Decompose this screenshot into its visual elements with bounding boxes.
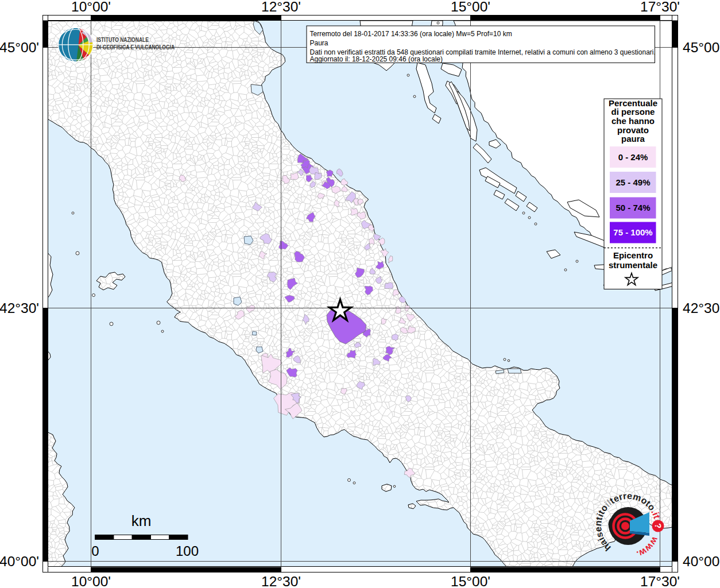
svg-text:0 - 24%: 0 - 24% bbox=[618, 152, 648, 162]
svg-text:provato: provato bbox=[617, 125, 649, 135]
svg-text:Epicentro: Epicentro bbox=[613, 250, 653, 260]
svg-text:25 - 49%: 25 - 49% bbox=[616, 177, 650, 187]
svg-text:DI GEOFISICA E VULCANOLOGIA: DI GEOFISICA E VULCANOLOGIA bbox=[96, 44, 175, 51]
svg-text:12°30': 12°30' bbox=[261, 0, 301, 14]
svg-text:100: 100 bbox=[176, 543, 199, 559]
svg-text:40°00': 40°00' bbox=[683, 554, 720, 569]
svg-text:42°30': 42°30' bbox=[0, 300, 39, 316]
svg-text:42°30': 42°30' bbox=[683, 300, 720, 316]
svg-text:0: 0 bbox=[91, 543, 99, 559]
svg-text:Paura: Paura bbox=[310, 39, 328, 47]
svg-text:45°00': 45°00' bbox=[683, 40, 720, 55]
svg-text:Percentuale: Percentuale bbox=[609, 98, 657, 108]
svg-text:Terremoto del 18-01-2017 14:33: Terremoto del 18-01-2017 14:33:36 (ora l… bbox=[310, 30, 512, 38]
svg-text:40°00': 40°00' bbox=[0, 554, 39, 569]
svg-text:75 - 100%: 75 - 100% bbox=[613, 227, 652, 237]
svg-text:Aggiornato il: 18-12-2025 09:4: Aggiornato il: 18-12-2025 09:46 (ora loc… bbox=[310, 55, 443, 63]
svg-text:50 - 74%: 50 - 74% bbox=[616, 203, 650, 212]
svg-text:17°30': 17°30' bbox=[640, 574, 680, 588]
svg-text:paura: paura bbox=[621, 134, 645, 144]
svg-text:45°00': 45°00' bbox=[0, 40, 39, 55]
svg-text:km: km bbox=[131, 512, 152, 529]
svg-text:10°00': 10°00' bbox=[71, 0, 111, 14]
svg-text:strumentale: strumentale bbox=[609, 260, 657, 270]
svg-text:15°00': 15°00' bbox=[451, 574, 490, 588]
svg-text:ISTITUTO NAZIONALE: ISTITUTO NAZIONALE bbox=[96, 36, 149, 43]
svg-text:15°00': 15°00' bbox=[451, 0, 490, 14]
svg-text:?: ? bbox=[653, 523, 664, 529]
svg-text:12°30': 12°30' bbox=[261, 574, 301, 588]
svg-text:di persone: di persone bbox=[611, 107, 655, 117]
svg-text:10°00': 10°00' bbox=[71, 574, 111, 588]
svg-text:17°30': 17°30' bbox=[640, 0, 680, 14]
svg-text:che hanno: che hanno bbox=[611, 116, 655, 126]
